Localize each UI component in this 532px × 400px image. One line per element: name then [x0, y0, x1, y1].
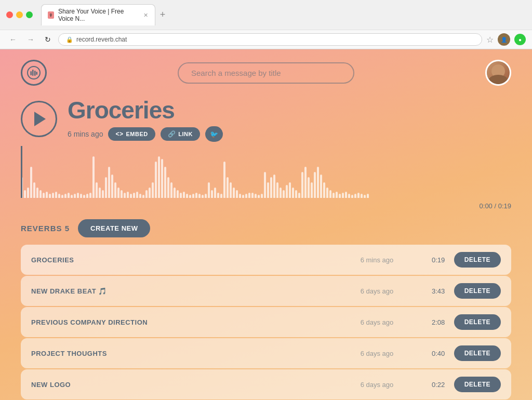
record-name: NEW LOGO	[31, 381, 361, 389]
list-section: REVERBS 5 CREATE NEW GROCERIES 6 mins ag…	[0, 215, 532, 399]
search-bar	[47, 62, 485, 84]
record-date: 6 days ago	[361, 318, 423, 326]
delete-button[interactable]: DELETE	[454, 283, 501, 299]
time-display: 0:00 / 0:19	[21, 202, 511, 210]
record-duration: 0:40	[423, 350, 454, 357]
list-item[interactable]: NEW DRAKE BEAT 🎵 6 days ago 3:43 DELETE	[21, 276, 511, 306]
delete-button[interactable]: DELETE	[454, 377, 501, 392]
list-item[interactable]: PROJECT THOUGHTS 6 days ago 0:40 DELETE	[21, 338, 511, 368]
avatar-body	[489, 75, 508, 84]
twitter-button[interactable]: 🐦	[205, 126, 223, 142]
progress-line	[21, 146, 22, 198]
record-duration: 3:43	[423, 287, 454, 295]
refresh-button[interactable]: ↻	[42, 34, 54, 45]
record-date: 6 days ago	[361, 287, 423, 295]
track-info: Groceries 6 mins ago <> EMBED 🔗 LINK 🐦	[68, 96, 223, 142]
record-name: NEW DRAKE BEAT 🎵	[31, 287, 361, 295]
record-date: 6 mins ago	[361, 256, 423, 264]
play-icon	[34, 112, 46, 126]
user-avatar[interactable]	[485, 60, 511, 86]
browser-titlebar: 🎙 Share Your Voice | Free Voice N... ✕ +	[0, 0, 532, 30]
new-tab-button[interactable]: +	[155, 8, 170, 22]
browser-tabs: 🎙 Share Your Voice | Free Voice N... ✕ +	[41, 4, 526, 25]
address-text: record.reverb.chat	[76, 36, 127, 43]
waveform-container[interactable]	[21, 146, 511, 198]
play-button[interactable]	[21, 101, 57, 137]
record-name: GROCERIES	[31, 256, 361, 264]
traffic-lights	[6, 11, 33, 18]
list-title: REVERBS 5	[21, 224, 70, 233]
avatar-face	[487, 61, 510, 84]
svg-rect-1	[32, 70, 34, 76]
list-item[interactable]: GROCERIES 6 mins ago 0:19 DELETE	[21, 245, 511, 275]
track-title: Groceries	[68, 96, 223, 124]
search-input-wrapper[interactable]	[178, 62, 354, 84]
record-duration: 0:22	[423, 381, 454, 389]
delete-button[interactable]: DELETE	[454, 252, 501, 268]
tab-title: Share Your Voice | Free Voice N...	[58, 8, 138, 22]
app-header	[0, 49, 532, 96]
active-tab[interactable]: 🎙 Share Your Voice | Free Voice N... ✕	[41, 4, 155, 25]
record-duration: 0:19	[423, 256, 454, 264]
create-new-button[interactable]: CREATE NEW	[78, 219, 150, 237]
list-item[interactable]: PREVIOUS COMPANY DIRECTION 6 days ago 2:…	[21, 307, 511, 337]
browser-chrome: 🎙 Share Your Voice | Free Voice N... ✕ +…	[0, 0, 532, 49]
record-date: 6 days ago	[361, 381, 423, 389]
back-button[interactable]: ←	[6, 34, 20, 45]
tab-favicon: 🎙	[48, 11, 54, 19]
svg-rect-2	[34, 71, 36, 76]
embed-button[interactable]: <> EMBED	[108, 127, 155, 141]
tab-close-button[interactable]: ✕	[142, 11, 149, 19]
app-logo	[21, 60, 47, 86]
bookmark-icon[interactable]: ☆	[486, 35, 494, 45]
svg-rect-4	[36, 72, 38, 75]
waveform	[21, 146, 511, 198]
player-section: Groceries 6 mins ago <> EMBED 🔗 LINK 🐦	[0, 96, 532, 215]
search-input[interactable]	[191, 69, 341, 77]
embed-icon: <>	[115, 130, 123, 138]
browser-profile-avatar[interactable]: 👤	[498, 33, 510, 46]
record-duration: 2:08	[423, 318, 454, 326]
link-label: LINK	[178, 131, 193, 137]
svg-rect-3	[31, 71, 32, 75]
link-icon: 🔗	[168, 130, 176, 138]
twitter-icon: 🐦	[210, 130, 218, 138]
forward-button[interactable]: →	[24, 34, 37, 45]
record-name: PREVIOUS COMPANY DIRECTION	[31, 318, 361, 326]
record-name: PROJECT THOUGHTS	[31, 350, 361, 357]
track-time-ago: 6 mins ago	[68, 130, 103, 138]
fullscreen-window-button[interactable]	[26, 11, 33, 18]
svg-point-0	[28, 66, 40, 79]
track-meta: 6 mins ago <> EMBED 🔗 LINK 🐦	[68, 126, 223, 142]
close-window-button[interactable]	[6, 11, 13, 18]
list-item[interactable]: NEW LOGO 6 days ago 0:22 DELETE	[21, 369, 511, 399]
delete-button[interactable]: DELETE	[454, 345, 501, 361]
delete-button[interactable]: DELETE	[454, 314, 501, 330]
list-header: REVERBS 5 CREATE NEW	[21, 219, 511, 237]
app-container: Groceries 6 mins ago <> EMBED 🔗 LINK 🐦	[0, 49, 532, 400]
minimize-window-button[interactable]	[16, 11, 23, 18]
address-bar[interactable]: 🔒 record.reverb.chat	[58, 33, 482, 46]
player-top: Groceries 6 mins ago <> EMBED 🔗 LINK 🐦	[21, 96, 511, 142]
lock-icon: 🔒	[66, 36, 73, 43]
record-date: 6 days ago	[361, 350, 423, 357]
extension-icon[interactable]: ●	[514, 34, 526, 45]
browser-nav: ← → ↻ 🔒 record.reverb.chat ☆ 👤 ●	[0, 30, 532, 49]
link-button[interactable]: 🔗 LINK	[161, 127, 200, 141]
embed-label: EMBED	[126, 131, 148, 137]
records-list: GROCERIES 6 mins ago 0:19 DELETE NEW DRA…	[21, 245, 511, 399]
nav-actions: ☆ 👤 ●	[486, 33, 526, 46]
